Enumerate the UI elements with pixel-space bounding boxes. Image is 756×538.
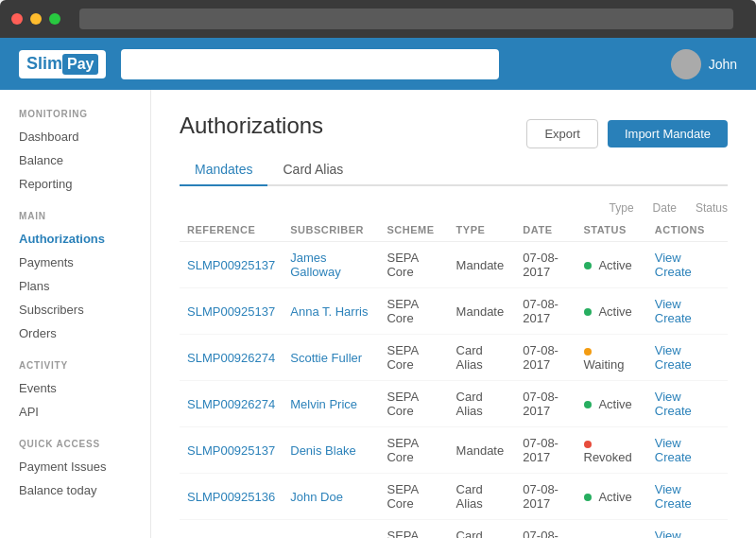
view-action[interactable]: View (655, 390, 681, 404)
scheme-cell: SEPA Core (379, 335, 448, 381)
reference-link[interactable]: SLMP00926274 (187, 351, 275, 365)
sidebar-item-authorizations[interactable]: Authorizations (0, 227, 150, 251)
tab-card-alias[interactable]: Card Alias (267, 154, 358, 186)
user-name: John (709, 57, 737, 72)
sidebar-monitoring-group: MONITORING Dashboard Balance Reporting (0, 109, 150, 196)
subscriber-link[interactable]: John Doe (290, 490, 343, 504)
col-type: TYPE (449, 218, 516, 242)
date-filter-label[interactable]: Date (653, 201, 677, 215)
close-button[interactable] (11, 13, 23, 25)
status-dot (584, 494, 592, 501)
reference-link[interactable]: SLMP00926274 (187, 397, 275, 411)
sidebar-item-plans[interactable]: Plans (0, 274, 150, 298)
sidebar-item-payments[interactable]: Payments (0, 251, 150, 274)
sidebar-item-payment-issues[interactable]: Payment Issues (0, 455, 150, 478)
reference-link[interactable]: SLMP00925136 (187, 490, 275, 504)
subscriber-link[interactable]: Anna T. Harris (290, 304, 368, 319)
view-action[interactable]: View (655, 343, 681, 357)
date-cell: 07-08-2017 (515, 288, 576, 335)
status-text: Waiting (584, 357, 625, 372)
type-cell: Card Alias (449, 520, 516, 539)
avatar (671, 49, 701, 79)
create-action[interactable]: Create (655, 404, 692, 418)
type-cell: Mandate (449, 288, 516, 335)
create-action[interactable]: Create (655, 265, 692, 279)
subscriber-link[interactable]: Denis Blake (290, 443, 355, 458)
type-cell: Mandate (449, 427, 516, 474)
sidebar-main-group: MAIN Authorizations Payments Plans Subsc… (0, 211, 150, 345)
subscriber-link[interactable]: Scottie Fuller (290, 351, 362, 365)
table-row: SLMP00925136 John Doe SEPA Core Card Ali… (180, 474, 728, 520)
scheme-cell: SEPA Core (379, 381, 448, 427)
status-text: Active (598, 397, 631, 411)
status-cell: Active (576, 474, 647, 520)
date-cell: 07-08-2017 (515, 335, 576, 381)
type-cell: Card Alias (449, 474, 516, 520)
view-action[interactable]: View (655, 251, 681, 265)
type-cell: Mandate (449, 242, 516, 288)
page-title: Authorizations (180, 113, 323, 139)
logo-slim: Slim (26, 54, 62, 74)
table-row: SLMP00926274 Melvin Price SEPA Core Card… (180, 381, 728, 427)
minimize-button[interactable] (30, 13, 42, 25)
create-action[interactable]: Create (655, 450, 692, 464)
status-filter-label[interactable]: Status (696, 201, 728, 215)
logo: SlimPay (19, 50, 106, 78)
main-content: Authorizations Export Import Mandate Man… (151, 90, 756, 538)
subscriber-link[interactable]: James Galloway (290, 251, 340, 279)
actions-cell: View Create (647, 474, 728, 520)
type-filter-label[interactable]: Type (610, 201, 634, 215)
activity-label: ACTIVITY (0, 360, 150, 371)
table-row: SLMP00925137 Anna T. Harris SEPA Core Ma… (180, 288, 728, 335)
view-action[interactable]: View (655, 297, 681, 311)
status-cell: Active (576, 520, 647, 539)
col-date: DATE (515, 218, 576, 242)
col-reference: REFERENCE (180, 218, 283, 242)
table-row: SLMP00926274 Emily Still SEPA Core Card … (180, 520, 728, 539)
date-cell: 07-08-2017 (515, 381, 576, 427)
sidebar-item-subscribers[interactable]: Subscribers (0, 298, 150, 321)
reference-link[interactable]: SLMP00925137 (187, 304, 275, 319)
import-mandate-button[interactable]: Import Mandate (608, 120, 728, 148)
create-action[interactable]: Create (655, 311, 692, 325)
view-action[interactable]: View (655, 436, 681, 450)
sidebar: MONITORING Dashboard Balance Reporting M… (0, 90, 151, 538)
create-action[interactable]: Create (655, 357, 692, 372)
sidebar-item-orders[interactable]: Orders (0, 321, 150, 345)
status-dot (584, 348, 592, 356)
actions-cell: View Create (647, 335, 728, 381)
address-bar[interactable] (79, 9, 733, 29)
actions-cell: View Create (647, 288, 728, 335)
tabs: Mandates Card Alias (180, 154, 728, 186)
reference-link[interactable]: SLMP00925137 (187, 258, 275, 272)
view-action[interactable]: View (655, 482, 681, 496)
sidebar-item-balance[interactable]: Balance (0, 148, 150, 172)
status-text: Active (598, 490, 631, 504)
toolbar: Authorizations Export Import Mandate (180, 113, 728, 154)
sidebar-item-api[interactable]: API (0, 400, 150, 424)
actions-cell: View Create (647, 520, 728, 539)
maximize-button[interactable] (49, 13, 60, 25)
col-actions: ACTIONS (647, 218, 728, 242)
sidebar-item-events[interactable]: Events (0, 376, 150, 400)
table-row: SLMP00925137 James Galloway SEPA Core Ma… (180, 242, 728, 288)
reference-link[interactable]: SLMP00925137 (187, 443, 275, 458)
sidebar-item-dashboard[interactable]: Dashboard (0, 125, 150, 148)
scheme-cell: SEPA Core (379, 474, 448, 520)
sidebar-item-reporting[interactable]: Reporting (0, 172, 150, 196)
create-action[interactable]: Create (655, 496, 692, 511)
status-dot (584, 308, 592, 316)
type-cell: Card Alias (449, 381, 516, 427)
search-input[interactable] (121, 49, 499, 79)
filters-row: Type Date Status (180, 201, 728, 215)
status-cell: Revoked (576, 427, 647, 474)
status-cell: Active (576, 242, 647, 288)
status-text: Revoked (584, 450, 632, 464)
subscriber-link[interactable]: Melvin Price (290, 397, 357, 411)
tab-mandates[interactable]: Mandates (180, 154, 267, 186)
actions-cell: View Create (647, 427, 728, 474)
export-button[interactable]: Export (526, 119, 598, 148)
sidebar-item-balance-today[interactable]: Balance today (0, 478, 150, 502)
view-action[interactable]: View (655, 529, 681, 538)
logo-pay: Pay (62, 54, 98, 75)
